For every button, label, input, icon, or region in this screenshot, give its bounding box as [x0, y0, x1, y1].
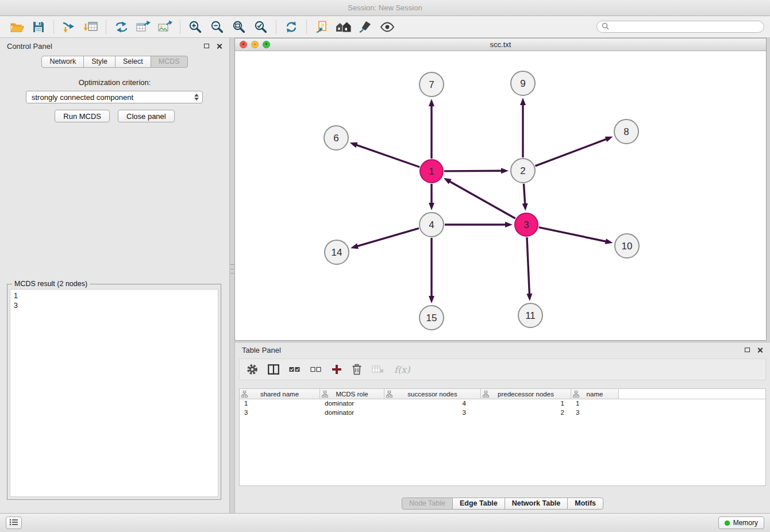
column-header-shared-name[interactable]: shared name: [240, 389, 320, 399]
columns-icon[interactable]: [268, 364, 279, 375]
table-body: 1dominator4113dominator323: [240, 399, 765, 418]
graph-edge-2-3[interactable]: [523, 184, 525, 205]
import-network-icon[interactable]: [58, 18, 80, 36]
graph-edge-1-6[interactable]: [355, 145, 419, 167]
table-panel: Table Panel f(x) shared nameMCDS rolesuc…: [234, 342, 770, 513]
window-title: Session: New Session: [348, 3, 422, 12]
cell-mcds-role: dominator: [320, 408, 384, 418]
toolbar-separator: [53, 20, 54, 34]
network-window-titlebar[interactable]: × − + scc.txt: [235, 38, 766, 51]
graph-node-label-9: 9: [520, 78, 525, 89]
table-row[interactable]: 3dominator323: [240, 408, 765, 418]
table-panel-header: Table Panel: [235, 342, 770, 357]
graph-node-label-4: 4: [429, 219, 434, 230]
network-window-title: scc.txt: [490, 40, 511, 49]
tab-mcds[interactable]: MCDS: [151, 56, 188, 68]
column-header-predecessor-nodes[interactable]: predecessor nodes: [481, 389, 571, 399]
settings-icon[interactable]: [247, 364, 258, 375]
graph-edge-arrow: [444, 178, 452, 184]
zoom-selected-icon[interactable]: [250, 18, 272, 36]
window-titlebar: Session: New Session: [0, 0, 770, 16]
table-row[interactable]: 1dominator411: [240, 399, 765, 408]
clone-network-icon[interactable]: [311, 18, 333, 36]
cell-name: 3: [571, 408, 619, 418]
graph-edge-arrow: [429, 203, 434, 210]
cell-predecessor-nodes: 1: [481, 399, 571, 408]
tab-network-table[interactable]: Network Table: [505, 498, 568, 510]
table-toolbar: f(x): [239, 358, 766, 380]
close-window-icon[interactable]: ×: [240, 41, 247, 48]
zoom-fit-icon[interactable]: [228, 18, 250, 36]
close-panel-button[interactable]: Close panel: [118, 110, 175, 122]
close-table-panel-icon[interactable]: [757, 347, 763, 353]
toolbar-separator: [106, 20, 106, 34]
cell-shared-name: 1: [240, 399, 320, 408]
graph-edge-arrow: [429, 296, 434, 303]
graph-edge-2-8[interactable]: [536, 138, 608, 166]
home-icon[interactable]: [333, 18, 355, 36]
graph-node-label-7: 7: [429, 79, 434, 90]
graph-node-label-10: 10: [622, 241, 633, 252]
maximize-window-icon[interactable]: +: [263, 41, 270, 48]
memory-button[interactable]: Memory: [718, 516, 764, 529]
column-header-mcds-role[interactable]: MCDS role: [320, 389, 384, 399]
tab-node-table[interactable]: Node Table: [402, 498, 453, 510]
graph-edge-3-10[interactable]: [539, 228, 607, 242]
deselect-all-icon[interactable]: [310, 365, 322, 373]
tab-style[interactable]: Style: [83, 56, 116, 68]
criterion-value: strongly connected component: [32, 93, 133, 102]
save-session-icon[interactable]: [28, 18, 49, 36]
search-input[interactable]: [612, 22, 759, 32]
tab-select[interactable]: Select: [115, 56, 151, 68]
zoom-out-icon[interactable]: [206, 18, 228, 36]
search-box[interactable]: [596, 21, 764, 33]
graph-node-label-3: 3: [523, 219, 529, 230]
graph-edge-arrow: [505, 222, 513, 228]
select-all-icon[interactable]: [289, 365, 301, 373]
graph-edge-3-11[interactable]: [527, 237, 529, 295]
panel-splitter[interactable]: [230, 264, 234, 273]
run-mcds-button[interactable]: Run MCDS: [55, 110, 110, 122]
column-header-name[interactable]: name: [571, 389, 619, 399]
control-panel-header: Control Panel: [0, 38, 229, 54]
mcds-result-list[interactable]: 13: [10, 289, 218, 497]
control-panel: Control Panel NetworkStyleSelectMCDS Opt…: [0, 38, 230, 513]
table-panel-title: Table Panel: [242, 346, 281, 354]
close-panel-icon[interactable]: [216, 43, 222, 49]
graph-node-label-8: 8: [623, 126, 629, 137]
refresh-icon[interactable]: [280, 18, 302, 36]
status-list-button[interactable]: [6, 516, 22, 529]
show-hide-icon[interactable]: [376, 18, 398, 36]
criterion-dropdown[interactable]: strongly connected component: [26, 91, 203, 103]
export-image-icon[interactable]: [154, 18, 176, 36]
add-column-icon[interactable]: [332, 364, 342, 375]
float-panel-icon[interactable]: [204, 44, 209, 48]
apply-style-icon[interactable]: [355, 18, 376, 36]
graph-edge-arrow: [350, 142, 358, 148]
graph-edge-4-14[interactable]: [356, 228, 419, 246]
graph-node-label-15: 15: [426, 313, 437, 323]
mcds-result-box: MCDS result (2 nodes) 13: [7, 284, 221, 500]
graph-edge-1-2[interactable]: [444, 171, 503, 171]
network-graph[interactable]: 7968124314101511: [235, 52, 766, 340]
graph-edge-arrow: [351, 244, 359, 249]
tab-motifs[interactable]: Motifs: [567, 498, 603, 510]
zoom-in-icon[interactable]: [184, 18, 206, 36]
column-header-successor-nodes[interactable]: successor nodes: [384, 389, 481, 399]
control-panel-title: Control Panel: [7, 42, 52, 51]
import-table-icon[interactable]: [80, 18, 102, 36]
tab-edge-table[interactable]: Edge Table: [452, 498, 505, 510]
optimization-label: Optimization criterion:: [0, 78, 229, 87]
float-table-panel-icon[interactable]: [745, 348, 750, 352]
export-table-icon[interactable]: [132, 18, 154, 36]
graph-edge-3-1[interactable]: [449, 181, 515, 219]
table-panel-tabs: Node TableEdge TableNetwork TableMotifs: [235, 498, 770, 510]
graph-node-label-11: 11: [525, 310, 536, 321]
open-file-icon[interactable]: [6, 18, 28, 36]
minimize-window-icon[interactable]: −: [251, 41, 259, 48]
export-network-icon[interactable]: [110, 18, 132, 36]
control-panel-tabs: NetworkStyleSelectMCDS: [0, 56, 229, 68]
tab-network[interactable]: Network: [41, 56, 84, 68]
delete-icon[interactable]: [352, 364, 362, 375]
graph-edge-arrow: [429, 99, 434, 106]
